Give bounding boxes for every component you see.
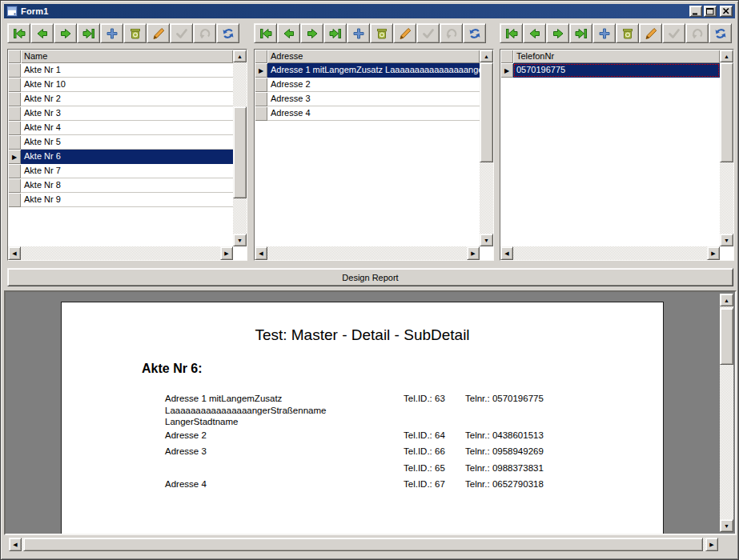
scroll-up-icon[interactable]: ▲ xyxy=(233,50,247,62)
grid-cell[interactable]: Akte Nr 2 xyxy=(21,92,233,106)
grid-cell[interactable]: Akte Nr 9 xyxy=(21,193,233,207)
table-row[interactable]: Akte Nr 2 xyxy=(8,92,233,106)
grid-cell[interactable]: 0570196775 xyxy=(513,63,720,78)
nav-delete-button[interactable] xyxy=(616,23,639,43)
nav-post-button[interactable] xyxy=(416,23,440,43)
table-row[interactable]: Akte Nr 10 xyxy=(8,78,233,92)
grid-cell[interactable]: Akte Nr 7 xyxy=(21,164,233,178)
nav-delete-button[interactable] xyxy=(123,23,147,43)
scroll-down-icon[interactable]: ▼ xyxy=(233,234,247,246)
nav-prior-button[interactable] xyxy=(523,23,546,43)
scroll-left-icon[interactable]: ◀ xyxy=(9,538,22,551)
nav-last-button[interactable] xyxy=(77,23,100,43)
table-row-selected[interactable]: ▶Adresse 1 mitLangemZusatz Laaaaaaaaaaaa… xyxy=(255,63,480,78)
nav-delete-button[interactable] xyxy=(370,23,393,43)
scroll-left-icon[interactable]: ◀ xyxy=(500,246,513,260)
scroll-up-icon[interactable]: ▲ xyxy=(720,50,733,62)
scrollbar-track[interactable] xyxy=(267,246,467,260)
scroll-down-icon[interactable]: ▼ xyxy=(720,234,733,246)
nav-edit-button[interactable] xyxy=(147,23,170,43)
report-horizontal-scrollbar[interactable]: ◀ ▶ xyxy=(9,538,718,551)
grid-cell[interactable]: Akte Nr 10 xyxy=(21,78,233,92)
grid-cell[interactable]: Adresse 3 xyxy=(267,92,480,106)
nav-first-button[interactable] xyxy=(7,23,30,43)
nav-cancel-button[interactable] xyxy=(193,23,216,43)
scroll-left-icon[interactable]: ◀ xyxy=(8,246,21,260)
table-row[interactable]: Adresse 4 xyxy=(255,106,480,121)
vertical-scrollbar[interactable]: ▲ ▼ xyxy=(480,50,493,246)
table-row[interactable]: Akte Nr 1 xyxy=(8,63,233,78)
nav-post-button[interactable] xyxy=(662,23,685,43)
scrollbar-track[interactable] xyxy=(480,62,493,234)
grid-cell[interactable]: Akte Nr 3 xyxy=(21,106,233,121)
table-row[interactable]: Akte Nr 7 xyxy=(8,164,233,178)
scroll-right-icon[interactable]: ▶ xyxy=(705,538,718,551)
vertical-scrollbar[interactable]: ▲ ▼ xyxy=(720,50,733,246)
table-row[interactable]: Adresse 2 xyxy=(255,78,480,92)
grid-cell[interactable]: Akte Nr 4 xyxy=(21,121,233,135)
grid-cell[interactable]: Adresse 1 mitLangemZusatz Laaaaaaaaaaaaa… xyxy=(267,63,480,78)
table-row-selected[interactable]: ▶Akte Nr 6 xyxy=(8,150,233,164)
scrollbar-thumb[interactable] xyxy=(720,308,733,365)
design-report-button[interactable]: Design Report xyxy=(7,268,733,286)
nav-refresh-button[interactable] xyxy=(709,23,732,43)
scrollbar-thumb[interactable] xyxy=(23,538,703,551)
scrollbar-thumb[interactable] xyxy=(233,106,247,198)
vertical-scrollbar[interactable]: ▲ ▼ xyxy=(233,50,247,246)
table-row[interactable]: Akte Nr 4 xyxy=(8,121,233,135)
grid-cell[interactable]: Akte Nr 6 xyxy=(21,150,233,164)
table-row[interactable]: Akte Nr 3 xyxy=(8,106,233,121)
scrollbar-track[interactable] xyxy=(233,62,247,234)
scroll-right-icon[interactable]: ▶ xyxy=(467,246,480,260)
scroll-left-icon[interactable]: ◀ xyxy=(255,246,267,260)
nav-insert-button[interactable] xyxy=(592,23,616,43)
scroll-right-icon[interactable]: ▶ xyxy=(707,246,720,260)
scroll-up-icon[interactable]: ▲ xyxy=(480,50,493,62)
grid-cell[interactable]: Adresse 2 xyxy=(267,78,480,92)
table-row[interactable]: Akte Nr 9 xyxy=(8,193,233,207)
nav-next-button[interactable] xyxy=(546,23,569,43)
scrollbar-track[interactable] xyxy=(21,246,220,260)
scrollbar-thumb[interactable] xyxy=(480,62,493,162)
nav-edit-button[interactable] xyxy=(393,23,416,43)
nav-refresh-button[interactable] xyxy=(216,23,239,43)
table-row-selected[interactable]: ▶0570196775 xyxy=(500,63,720,78)
scrollbar-track[interactable] xyxy=(720,306,733,519)
scroll-down-icon[interactable]: ▼ xyxy=(720,519,733,532)
nav-edit-button[interactable] xyxy=(639,23,662,43)
title-bar[interactable]: Form1 xyxy=(4,4,735,18)
nav-refresh-button[interactable] xyxy=(463,23,486,43)
nav-last-button[interactable] xyxy=(323,23,347,43)
horizontal-scrollbar[interactable]: ◀ ▶ xyxy=(8,246,233,260)
nav-cancel-button[interactable] xyxy=(685,23,709,43)
horizontal-scrollbar[interactable]: ◀ ▶ xyxy=(500,246,720,260)
scroll-right-icon[interactable]: ▶ xyxy=(220,246,233,260)
nav-cancel-button[interactable] xyxy=(440,23,463,43)
scrollbar-track[interactable] xyxy=(720,62,733,234)
nav-insert-button[interactable] xyxy=(100,23,123,43)
nav-prior-button[interactable] xyxy=(277,23,300,43)
close-button[interactable] xyxy=(720,6,733,17)
nav-post-button[interactable] xyxy=(170,23,193,43)
nav-first-button[interactable] xyxy=(254,23,277,43)
scrollbar-track[interactable] xyxy=(513,246,707,260)
nav-next-button[interactable] xyxy=(54,23,77,43)
horizontal-scrollbar[interactable]: ◀ ▶ xyxy=(255,246,480,260)
report-vertical-scrollbar[interactable]: ▲ ▼ xyxy=(720,294,733,532)
maximize-button[interactable] xyxy=(704,6,717,17)
grid-cell[interactable]: Akte Nr 5 xyxy=(21,135,233,150)
nav-insert-button[interactable] xyxy=(347,23,370,43)
scroll-down-icon[interactable]: ▼ xyxy=(480,234,493,246)
grid-cell[interactable]: Adresse 4 xyxy=(267,106,480,121)
nav-prior-button[interactable] xyxy=(30,23,54,43)
scroll-up-icon[interactable]: ▲ xyxy=(720,294,733,306)
minimize-button[interactable] xyxy=(689,6,702,17)
nav-next-button[interactable] xyxy=(300,23,323,43)
nav-first-button[interactable] xyxy=(500,23,523,43)
table-row[interactable]: Adresse 3 xyxy=(255,92,480,106)
grid-cell[interactable]: Akte Nr 1 xyxy=(21,63,233,78)
nav-last-button[interactable] xyxy=(569,23,592,43)
scrollbar-thumb[interactable] xyxy=(720,62,733,162)
grid-cell[interactable]: Akte Nr 8 xyxy=(21,178,233,193)
scrollbar-track[interactable] xyxy=(22,538,705,551)
